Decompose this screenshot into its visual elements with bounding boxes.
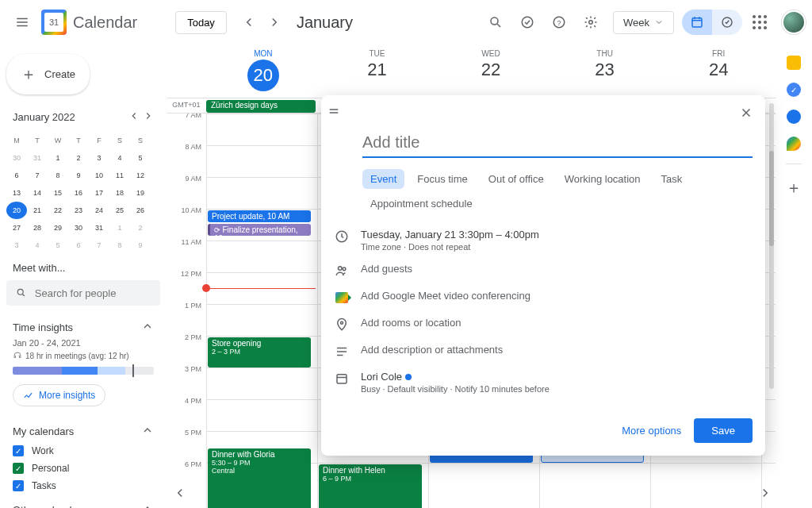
view-selector[interactable]: Week [613, 11, 674, 34]
calendar-checkbox[interactable]: ✓ [13, 480, 24, 491]
event-store-opening[interactable]: Store opening 2 – 3 PM [208, 337, 311, 368]
mini-cal-day[interactable]: 12 [130, 167, 151, 184]
create-button[interactable]: ＋ Create [6, 54, 90, 94]
mini-cal-day[interactable]: 30 [6, 149, 27, 167]
mini-cal-day[interactable]: 8 [109, 237, 130, 254]
tasks-addon-button[interactable] [787, 83, 801, 97]
search-button[interactable] [481, 8, 510, 37]
calendar-checkbox[interactable]: ✓ [13, 445, 24, 456]
collapse-icon[interactable] [141, 320, 154, 335]
mini-cal-day[interactable]: 29 [48, 219, 68, 237]
mini-cal-day[interactable]: 6 [6, 167, 27, 184]
event-type-tab[interactable]: Appointment schedule [362, 194, 481, 214]
event-type-tab[interactable]: Event [362, 169, 404, 189]
day-header[interactable]: THU23 [548, 44, 662, 98]
mini-cal-day[interactable]: 14 [27, 184, 48, 202]
event-type-tab[interactable]: Task [653, 169, 691, 189]
mini-cal-prev[interactable] [128, 110, 140, 124]
day-header[interactable]: TUE21 [320, 44, 435, 98]
mini-cal-day[interactable]: 1 [48, 149, 68, 167]
get-addons-button[interactable]: ＋ [786, 177, 802, 198]
day-header[interactable]: WED22 [434, 44, 548, 98]
mini-cal-next[interactable] [143, 110, 154, 124]
add-description-button[interactable]: Add description or attachments [361, 344, 503, 356]
tasks-view-toggle[interactable] [712, 10, 742, 35]
mini-cal-day[interactable]: 5 [130, 149, 151, 167]
mini-cal-day[interactable]: 4 [27, 237, 48, 254]
mini-cal-day[interactable]: 16 [68, 184, 89, 202]
event-type-tab[interactable]: Focus time [409, 169, 476, 189]
settings-button[interactable] [576, 8, 605, 37]
mini-cal-day[interactable]: 2 [68, 149, 89, 167]
mini-cal-day[interactable]: 3 [6, 237, 27, 254]
account-avatar[interactable] [782, 10, 806, 34]
event-project-update[interactable]: Project update, 10 AM [208, 210, 311, 222]
scrollbar-thumb[interactable] [769, 151, 774, 246]
my-calendars-header[interactable]: My calendars [6, 416, 160, 442]
mini-cal-day[interactable]: 17 [89, 184, 109, 202]
google-apps-button[interactable] [745, 8, 774, 37]
mini-cal-day[interactable]: 26 [130, 202, 151, 219]
mini-cal-day[interactable]: 15 [48, 184, 68, 202]
collapse-icon[interactable] [141, 424, 154, 439]
event-type-tab[interactable]: Working location [557, 169, 649, 189]
other-calendars-header[interactable]: Other calendars ＋ [6, 495, 160, 508]
event-type-tab[interactable]: Out of office [481, 169, 552, 189]
scrollbar[interactable] [769, 103, 774, 389]
mini-cal-day[interactable]: 19 [130, 184, 151, 202]
time-insights-header[interactable]: Time insights [6, 312, 160, 338]
mini-calendar[interactable]: MTWTFSS303112345678910111213141516171819… [6, 132, 160, 254]
support-button[interactable] [513, 8, 542, 37]
drag-handle-icon[interactable] [327, 104, 347, 121]
mini-cal-day[interactable]: 10 [89, 167, 109, 184]
search-people-field[interactable] [6, 280, 160, 306]
keep-addon-button[interactable] [787, 56, 801, 70]
mini-cal-day[interactable]: 11 [109, 167, 130, 184]
event-title-input[interactable] [362, 130, 753, 158]
main-menu-button[interactable] [6, 6, 38, 38]
mini-cal-day[interactable]: 31 [89, 219, 109, 237]
mini-cal-day[interactable]: 3 [89, 149, 109, 167]
calendar-item[interactable]: ✓Personal [6, 460, 160, 477]
more-insights-button[interactable]: More insights [13, 384, 105, 406]
add-meet-button[interactable]: Add Google Meet video conferencing [361, 290, 530, 302]
mini-cal-day[interactable]: 9 [130, 237, 151, 254]
next-week-button[interactable] [758, 486, 772, 503]
add-guests-button[interactable]: Add guests [361, 263, 412, 275]
mini-cal-day[interactable]: 25 [109, 202, 130, 219]
day-header[interactable]: FRI24 [661, 44, 776, 98]
calendar-item[interactable]: ✓Tasks [6, 477, 160, 495]
search-people-input[interactable] [35, 287, 151, 299]
mini-cal-day[interactable]: 21 [27, 202, 48, 219]
collapse-icon[interactable] [141, 502, 154, 508]
prev-period-button[interactable] [236, 10, 262, 35]
event-organizer[interactable]: Lori Cole Busy · Default visibility · No… [361, 371, 550, 394]
add-calendar-button[interactable]: ＋ [107, 503, 117, 509]
day-header[interactable]: MON20 [206, 44, 320, 98]
mini-cal-day[interactable]: 13 [6, 184, 27, 202]
mini-cal-day[interactable]: 5 [48, 237, 68, 254]
mini-cal-day[interactable]: 18 [109, 184, 130, 202]
prev-week-button[interactable] [173, 486, 187, 503]
mini-cal-day[interactable]: 23 [68, 202, 89, 219]
more-options-button[interactable]: More options [622, 425, 681, 437]
calendar-checkbox[interactable]: ✓ [13, 463, 24, 474]
close-modal-button[interactable] [733, 100, 759, 125]
help-button[interactable]: ? [545, 8, 573, 37]
mini-cal-day[interactable]: 30 [68, 219, 89, 237]
allday-event[interactable]: Zürich design days [206, 100, 316, 113]
event-finalize-presentation[interactable]: ⟳ Finalize presentation, 10: [208, 224, 311, 236]
maps-addon-button[interactable] [787, 137, 801, 151]
save-button[interactable]: Save [694, 418, 753, 443]
mini-cal-day[interactable]: 7 [27, 167, 48, 184]
mini-cal-day[interactable]: 7 [89, 237, 109, 254]
mini-cal-day[interactable]: 4 [109, 149, 130, 167]
mini-cal-day[interactable]: 1 [109, 219, 130, 237]
mini-cal-day[interactable]: 24 [89, 202, 109, 219]
event-datetime[interactable]: Tuesday, January 21 3:30pm – 4:00pm Time… [361, 229, 539, 252]
mini-cal-day[interactable]: 8 [48, 167, 68, 184]
contacts-addon-button[interactable] [787, 110, 801, 124]
mini-cal-day[interactable]: 28 [27, 219, 48, 237]
next-period-button[interactable] [262, 10, 287, 35]
add-location-button[interactable]: Add rooms or location [361, 317, 461, 329]
